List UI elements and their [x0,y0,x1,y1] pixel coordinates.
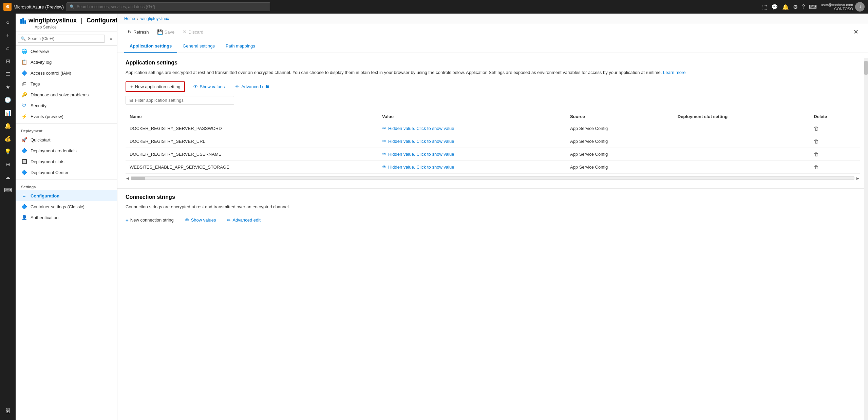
nav-item-tags[interactable]: 🏷 Tags [16,78,117,89]
nav-item-activity-log[interactable]: 📋 Activity log [16,57,117,68]
avatar[interactable]: U [855,2,865,12]
connection-show-values-button[interactable]: 👁 Show values [182,216,219,225]
nav-label-events: Events (preview) [31,114,63,119]
tab-application-settings[interactable]: Application settings [124,40,177,53]
table-row: DOCKER_REGISTRY_SERVER_USERNAME 👁 Hidden… [126,148,860,160]
collapse-nav-btn[interactable]: » [107,35,115,43]
nav-item-deployment-center[interactable]: 🔷 Deployment Center [16,167,117,178]
advisor-btn[interactable]: 💡 [2,145,14,157]
nav-divider-1 [16,123,117,123]
marketplace-btn[interactable]: ⊕ [2,158,14,170]
nav-search-input[interactable] [28,36,102,41]
new-application-setting-button[interactable]: + New application setting [126,81,185,92]
learn-more-link[interactable]: Learn more [663,70,685,75]
main-vertical-scrollbar[interactable] [864,58,868,420]
horizontal-scrollbar[interactable]: ◀ ▶ [126,175,860,182]
row-delete[interactable]: 🗑 [810,122,860,135]
close-button[interactable]: ✕ [851,27,861,37]
hidden-value-link-3[interactable]: 👁 Hidden value. Click to show value [382,165,562,170]
row-value[interactable]: 👁 Hidden value. Click to show value [378,135,566,148]
feedback-icon[interactable]: 💬 [771,4,778,10]
collapse-sidebar-btn[interactable]: « [2,16,14,28]
eye-icon-1: 👁 [382,139,386,144]
refresh-button[interactable]: ↻ Refresh [124,27,152,36]
breadcrumb-sep-1: › [137,16,138,21]
monitor-btn[interactable]: 📊 [2,107,14,119]
hidden-value-link-0[interactable]: 👁 Hidden value. Click to show value [382,126,562,131]
breadcrumb-home[interactable]: Home [124,16,135,21]
new-connection-string-button[interactable]: + New connection string [126,215,176,225]
nav-item-events[interactable]: ⚡ Events (preview) [16,111,117,122]
connection-strings-action-bar: + New connection string 👁 Show values ✏ … [126,215,860,225]
costs-btn[interactable]: 💰 [2,132,14,145]
cloud-btn[interactable]: ☁ [2,171,14,183]
nav-item-diagnose[interactable]: 🔑 Diagnose and solve problems [16,89,117,100]
portal-icon[interactable]: ⬚ [762,4,767,10]
row-source: App Service Config [566,160,674,173]
scroll-track[interactable] [131,176,854,180]
scroll-right-arrow[interactable]: ▶ [856,176,860,181]
nav-item-deployment-credentials[interactable]: 🔷 Deployment credentials [16,145,117,156]
nav-item-configuration[interactable]: ≡ Configuration [16,190,117,201]
advanced-edit-button[interactable]: ✏ Advanced edit [233,82,272,91]
row-value[interactable]: 👁 Hidden value. Click to show value [378,148,566,160]
recent-btn[interactable]: 🕐 [2,94,14,106]
hidden-value-link-1[interactable]: 👁 Hidden value. Click to show value [382,139,562,144]
nav-item-authentication[interactable]: 👤 Authentication [16,212,117,223]
show-values-button[interactable]: 👁 Show values [190,82,227,91]
filter-box[interactable]: ⊟ [126,96,234,104]
alerts-btn[interactable]: 🔔 [2,119,14,132]
tab-general-settings[interactable]: General settings [177,40,220,53]
global-search-input[interactable] [77,4,267,9]
deployment-center-icon: 🔷 [21,170,27,175]
tab-bar: Application settings General settings Pa… [117,40,868,53]
settings-icon[interactable]: ⚙ [793,4,798,10]
row-delete[interactable]: 🗑 [810,148,860,160]
user-area[interactable]: user@contoso.com CONTOSO U [821,2,865,12]
favorites-btn[interactable]: ★ [2,81,14,93]
nav-item-deployment-slots[interactable]: 🔲 Deployment slots [16,156,117,167]
deployment-slots-icon: 🔲 [21,159,27,164]
dashboard-btn[interactable]: ⊞ [2,55,14,67]
delete-icon-2[interactable]: 🗑 [814,151,819,157]
nav-search-box[interactable]: 🔍 [18,35,105,43]
all-services-btn[interactable]: ☰ [2,68,14,80]
breadcrumb-resource[interactable]: wingtiptoyslinux [140,16,169,21]
hidden-value-link-2[interactable]: 👁 Hidden value. Click to show value [382,152,562,157]
notifications-icon[interactable]: 🔔 [782,4,789,10]
cloud-shell-icon[interactable]: ⌨ [809,4,817,10]
app-settings-table: Name Value Source Deployment slot settin… [126,111,860,174]
user-info: user@contoso.com CONTOSO [821,3,853,11]
create-resource-btn[interactable]: + [2,29,14,41]
row-value[interactable]: 👁 Hidden value. Click to show value [378,122,566,135]
help-icon[interactable]: ? [802,4,805,10]
nav-item-security[interactable]: 🛡 Security [16,100,117,111]
nav-item-container-settings[interactable]: 🔷 Container settings (Classic) [16,201,117,212]
authentication-icon: 👤 [21,215,27,220]
connection-show-values-label: Show values [191,217,216,223]
row-delete[interactable]: 🗑 [810,160,860,173]
devops-btn[interactable]: ⌨ [2,184,14,196]
sql-btn[interactable]: 🗄 [2,405,14,417]
delete-icon-3[interactable]: 🗑 [814,164,819,170]
row-slot-setting [674,122,810,135]
delete-icon-0[interactable]: 🗑 [814,126,819,131]
global-search-box[interactable]: 🔍 [67,2,270,11]
diagnose-icon: 🔑 [21,92,27,97]
connection-advanced-edit-button[interactable]: ✏ Advanced edit [224,216,263,225]
row-name: DOCKER_REGISTRY_SERVER_PASSWORD [126,122,378,135]
delete-icon-1[interactable]: 🗑 [814,138,819,144]
home-nav-btn[interactable]: ⌂ [2,42,14,54]
row-delete[interactable]: 🗑 [810,135,860,148]
page-title: Configuration [87,17,117,24]
nav-item-overview[interactable]: 🌐 Overview [16,46,117,57]
nav-item-access-control[interactable]: 🔷 Access control (IAM) [16,68,117,78]
save-button[interactable]: 💾 Save [154,27,178,36]
nav-item-quickstart[interactable]: 🚀 Quickstart [16,134,117,145]
eye-icon-2: 👁 [382,152,386,157]
filter-input[interactable] [135,98,230,103]
tab-path-mappings[interactable]: Path mappings [220,40,261,53]
discard-button[interactable]: ✕ Discard [179,27,207,36]
scroll-left-arrow[interactable]: ◀ [126,176,130,181]
row-value[interactable]: 👁 Hidden value. Click to show value [378,160,566,173]
